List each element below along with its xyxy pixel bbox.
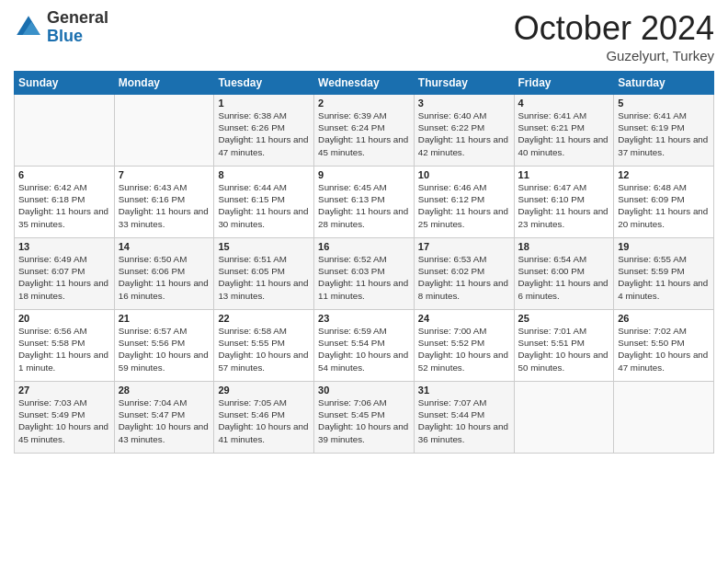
- day-detail: Sunrise: 7:06 AMSunset: 5:45 PMDaylight:…: [318, 396, 410, 445]
- col-saturday: Saturday: [614, 72, 714, 95]
- calendar-row-1: 6Sunrise: 6:42 AMSunset: 6:18 PMDaylight…: [15, 167, 714, 238]
- calendar-cell: 30Sunrise: 7:06 AMSunset: 5:45 PMDayligh…: [314, 382, 415, 454]
- day-number: 26: [618, 313, 710, 324]
- day-detail: Sunrise: 6:57 AMSunset: 5:56 PMDaylight:…: [119, 325, 210, 373]
- day-number: 27: [18, 385, 110, 396]
- calendar-cell: 27Sunrise: 7:03 AMSunset: 5:49 PMDayligh…: [15, 382, 115, 454]
- day-number: 19: [618, 241, 710, 252]
- day-number: 9: [318, 169, 410, 180]
- calendar-cell: [15, 95, 115, 167]
- day-number: 25: [518, 313, 610, 324]
- day-detail: Sunrise: 6:45 AMSunset: 6:13 PMDaylight:…: [318, 181, 410, 230]
- logo-icon: [14, 13, 43, 42]
- calendar-cell: [114, 95, 214, 167]
- day-number: 31: [418, 385, 510, 396]
- calendar-cell: 1Sunrise: 6:38 AMSunset: 6:26 PMDaylight…: [214, 95, 314, 167]
- day-number: 3: [418, 98, 510, 109]
- day-detail: Sunrise: 7:03 AMSunset: 5:49 PMDaylight:…: [18, 396, 110, 445]
- page: General Blue October 2024 Guzelyurt, Tur…: [0, 0, 728, 563]
- calendar-cell: 9Sunrise: 6:45 AMSunset: 6:13 PMDaylight…: [314, 167, 415, 238]
- day-number: 20: [18, 313, 110, 324]
- calendar-cell: 7Sunrise: 6:43 AMSunset: 6:16 PMDaylight…: [114, 167, 214, 238]
- day-number: 8: [218, 169, 310, 180]
- col-sunday: Sunday: [15, 72, 115, 95]
- day-detail: Sunrise: 6:39 AMSunset: 6:24 PMDaylight:…: [318, 109, 410, 158]
- calendar-cell: 10Sunrise: 6:46 AMSunset: 6:12 PMDayligh…: [414, 167, 514, 238]
- logo: General Blue: [14, 9, 108, 46]
- day-number: 29: [218, 385, 310, 396]
- title-block: October 2024 Guzelyurt, Turkey: [514, 9, 714, 63]
- col-monday: Monday: [114, 72, 214, 95]
- day-detail: Sunrise: 6:53 AMSunset: 6:02 PMDaylight:…: [418, 253, 510, 302]
- day-number: 14: [119, 241, 210, 252]
- day-detail: Sunrise: 6:41 AMSunset: 6:21 PMDaylight:…: [518, 109, 610, 158]
- calendar-cell: 15Sunrise: 6:51 AMSunset: 6:05 PMDayligh…: [214, 238, 314, 310]
- col-wednesday: Wednesday: [314, 72, 415, 95]
- day-detail: Sunrise: 6:40 AMSunset: 6:22 PMDaylight:…: [418, 109, 510, 158]
- day-detail: Sunrise: 6:46 AMSunset: 6:12 PMDaylight:…: [418, 181, 510, 230]
- day-detail: Sunrise: 6:47 AMSunset: 6:10 PMDaylight:…: [518, 181, 610, 230]
- calendar-cell: 28Sunrise: 7:04 AMSunset: 5:47 PMDayligh…: [114, 382, 214, 454]
- day-detail: Sunrise: 6:38 AMSunset: 6:26 PMDaylight:…: [218, 109, 310, 158]
- day-detail: Sunrise: 6:41 AMSunset: 6:19 PMDaylight:…: [618, 109, 710, 158]
- month-title: October 2024: [514, 9, 714, 48]
- day-detail: Sunrise: 6:44 AMSunset: 6:15 PMDaylight:…: [218, 181, 310, 230]
- day-detail: Sunrise: 7:07 AMSunset: 5:44 PMDaylight:…: [418, 396, 510, 445]
- calendar-cell: 8Sunrise: 6:44 AMSunset: 6:15 PMDaylight…: [214, 167, 314, 238]
- calendar-cell: 5Sunrise: 6:41 AMSunset: 6:19 PMDaylight…: [614, 95, 714, 167]
- col-thursday: Thursday: [414, 72, 514, 95]
- calendar-cell: 21Sunrise: 6:57 AMSunset: 5:56 PMDayligh…: [114, 310, 214, 382]
- day-number: 21: [119, 313, 210, 324]
- day-detail: Sunrise: 7:00 AMSunset: 5:52 PMDaylight:…: [418, 325, 510, 373]
- day-number: 22: [218, 313, 310, 324]
- calendar-cell: 25Sunrise: 7:01 AMSunset: 5:51 PMDayligh…: [514, 310, 614, 382]
- calendar-cell: 24Sunrise: 7:00 AMSunset: 5:52 PMDayligh…: [414, 310, 514, 382]
- calendar-cell: 4Sunrise: 6:41 AMSunset: 6:21 PMDaylight…: [514, 95, 614, 167]
- day-number: 4: [518, 98, 610, 109]
- logo-general: General: [47, 9, 108, 28]
- day-detail: Sunrise: 6:54 AMSunset: 6:00 PMDaylight:…: [518, 253, 610, 302]
- day-detail: Sunrise: 6:42 AMSunset: 6:18 PMDaylight:…: [18, 181, 110, 230]
- day-detail: Sunrise: 7:02 AMSunset: 5:50 PMDaylight:…: [618, 325, 710, 373]
- calendar-cell: [514, 382, 614, 454]
- day-number: 5: [618, 98, 710, 109]
- calendar-cell: 14Sunrise: 6:50 AMSunset: 6:06 PMDayligh…: [114, 238, 214, 310]
- calendar: Sunday Monday Tuesday Wednesday Thursday…: [14, 71, 714, 454]
- calendar-row-4: 27Sunrise: 7:03 AMSunset: 5:49 PMDayligh…: [15, 382, 714, 454]
- day-number: 11: [518, 169, 610, 180]
- calendar-cell: 3Sunrise: 6:40 AMSunset: 6:22 PMDaylight…: [414, 95, 514, 167]
- day-number: 7: [119, 169, 210, 180]
- day-detail: Sunrise: 6:55 AMSunset: 5:59 PMDaylight:…: [618, 253, 710, 302]
- day-number: 12: [618, 169, 710, 180]
- calendar-cell: 18Sunrise: 6:54 AMSunset: 6:00 PMDayligh…: [514, 238, 614, 310]
- calendar-cell: 26Sunrise: 7:02 AMSunset: 5:50 PMDayligh…: [614, 310, 714, 382]
- day-detail: Sunrise: 7:05 AMSunset: 5:46 PMDaylight:…: [218, 396, 310, 445]
- calendar-cell: 12Sunrise: 6:48 AMSunset: 6:09 PMDayligh…: [614, 167, 714, 238]
- day-detail: Sunrise: 6:56 AMSunset: 5:58 PMDaylight:…: [18, 325, 110, 373]
- calendar-row-2: 13Sunrise: 6:49 AMSunset: 6:07 PMDayligh…: [15, 238, 714, 310]
- col-friday: Friday: [514, 72, 614, 95]
- calendar-cell: 17Sunrise: 6:53 AMSunset: 6:02 PMDayligh…: [414, 238, 514, 310]
- day-detail: Sunrise: 6:59 AMSunset: 5:54 PMDaylight:…: [318, 325, 410, 373]
- day-detail: Sunrise: 6:48 AMSunset: 6:09 PMDaylight:…: [618, 181, 710, 230]
- day-detail: Sunrise: 6:52 AMSunset: 6:03 PMDaylight:…: [318, 253, 410, 302]
- day-number: 15: [218, 241, 310, 252]
- calendar-header-row: Sunday Monday Tuesday Wednesday Thursday…: [15, 72, 714, 95]
- calendar-cell: 11Sunrise: 6:47 AMSunset: 6:10 PMDayligh…: [514, 167, 614, 238]
- day-number: 6: [18, 169, 110, 180]
- calendar-cell: 6Sunrise: 6:42 AMSunset: 6:18 PMDaylight…: [15, 167, 115, 238]
- calendar-cell: 2Sunrise: 6:39 AMSunset: 6:24 PMDaylight…: [314, 95, 415, 167]
- day-detail: Sunrise: 6:50 AMSunset: 6:06 PMDaylight:…: [119, 253, 210, 302]
- day-detail: Sunrise: 6:43 AMSunset: 6:16 PMDaylight:…: [119, 181, 210, 230]
- day-number: 17: [418, 241, 510, 252]
- subtitle: Guzelyurt, Turkey: [514, 48, 714, 63]
- calendar-cell: 13Sunrise: 6:49 AMSunset: 6:07 PMDayligh…: [15, 238, 115, 310]
- day-detail: Sunrise: 6:51 AMSunset: 6:05 PMDaylight:…: [218, 253, 310, 302]
- day-number: 18: [518, 241, 610, 252]
- calendar-cell: 20Sunrise: 6:56 AMSunset: 5:58 PMDayligh…: [15, 310, 115, 382]
- day-detail: Sunrise: 6:58 AMSunset: 5:55 PMDaylight:…: [218, 325, 310, 373]
- day-detail: Sunrise: 7:04 AMSunset: 5:47 PMDaylight:…: [119, 396, 210, 445]
- day-number: 24: [418, 313, 510, 324]
- day-detail: Sunrise: 7:01 AMSunset: 5:51 PMDaylight:…: [518, 325, 610, 373]
- calendar-cell: 29Sunrise: 7:05 AMSunset: 5:46 PMDayligh…: [214, 382, 314, 454]
